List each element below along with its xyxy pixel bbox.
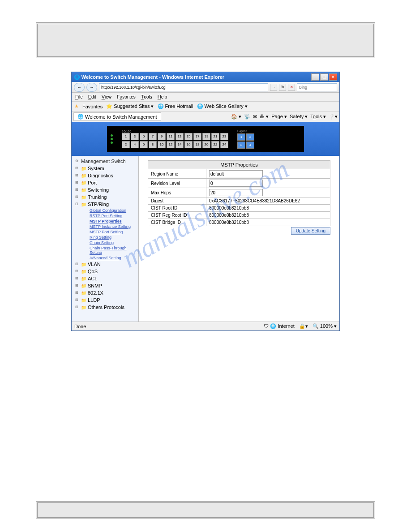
- switch-port-14[interactable]: 14: [176, 141, 184, 148]
- tree-link-chain-setting[interactable]: Chain Setting: [82, 240, 138, 245]
- switch-port-19[interactable]: 19: [202, 133, 210, 140]
- minimize-button[interactable]: _: [311, 73, 319, 81]
- window-title-text: Welcome to Switch Management - Windows I…: [81, 74, 224, 80]
- folder-icon: 📁: [81, 298, 86, 303]
- window-titlebar: 🌐 Welcome to Switch Management - Windows…: [72, 72, 339, 82]
- tree-item-system[interactable]: ⊞📁System: [72, 165, 138, 172]
- feeds-icon[interactable]: 📡: [244, 114, 250, 120]
- switch-port-22[interactable]: 22: [211, 141, 219, 148]
- mail-icon[interactable]: ✉: [253, 114, 257, 120]
- menu-view[interactable]: View: [102, 94, 111, 100]
- stop-button[interactable]: ✕: [288, 84, 295, 91]
- switch-port-2[interactable]: 2: [122, 141, 130, 148]
- switch-port-5[interactable]: 5: [140, 133, 148, 140]
- menu-help[interactable]: Help: [158, 94, 167, 100]
- main-content: ⚙ Management Switch ⊞📁System⊞📁Diagnostic…: [72, 156, 339, 322]
- refresh-button[interactable]: ↻: [279, 84, 286, 91]
- tree-item-others-protocols[interactable]: ⊞📁Others Protocols: [72, 304, 138, 311]
- port-grid-gigabit: 1234: [237, 133, 254, 149]
- switch-port-10[interactable]: 10: [158, 141, 166, 148]
- switch-port-18[interactable]: 18: [193, 141, 201, 148]
- tree-item-stp-ring[interactable]: ⊟📁STP/Ring: [72, 201, 138, 208]
- switch-port-21[interactable]: 21: [211, 133, 219, 140]
- page-menu[interactable]: Page ▾: [271, 114, 287, 120]
- nav-toolbar: ← → → ↻ ✕: [72, 82, 339, 93]
- switch-port-8[interactable]: 8: [149, 141, 157, 148]
- browser-tab[interactable]: 🌐 Welcome to Switch Management: [73, 112, 161, 121]
- property-label: CIST Bridge ID: [148, 219, 206, 226]
- switch-port-9[interactable]: 9: [158, 133, 166, 140]
- tree-item-port[interactable]: ⊞📁Port: [72, 179, 138, 186]
- switch-port-1[interactable]: 1: [122, 133, 130, 140]
- tree-item-802-1x[interactable]: ⊞📁802.1X: [72, 289, 138, 296]
- max-hops-input[interactable]: [209, 189, 263, 196]
- led-indicator: [111, 138, 113, 140]
- switch-port-23[interactable]: 23: [220, 133, 228, 140]
- switch-port-24[interactable]: 24: [220, 141, 228, 148]
- tree-link-global-configuration[interactable]: Global Configuration: [82, 208, 138, 213]
- tree-link-mstp-instance-setting[interactable]: MSTP Instance Setting: [82, 224, 138, 229]
- gigabit-port-1[interactable]: 1: [237, 133, 245, 141]
- web-slice-gallery-link[interactable]: 🌐 Web Slice Gallery ▾: [197, 103, 248, 109]
- suggested-sites-link[interactable]: ⭐ Suggested Sites ▾: [106, 103, 154, 109]
- favorites-label[interactable]: Favorites: [82, 104, 103, 109]
- home-icon[interactable]: 🏠 ▾: [231, 114, 241, 120]
- security-zone: 🛡 🌐 Internet: [264, 323, 294, 329]
- back-button[interactable]: ←: [74, 83, 85, 92]
- tab-tools: 🏠 ▾ 📡 ✉ 🖶 ▾ Page ▾ Safety ▾ Tools ▾ ❔▾: [231, 114, 338, 120]
- gigabit-port-2[interactable]: 2: [237, 142, 245, 149]
- tree-item-qos[interactable]: ⊞📁QoS: [72, 268, 138, 275]
- switch-port-3[interactable]: 3: [131, 133, 139, 140]
- tree-item-snmp[interactable]: ⊞📁SNMP: [72, 282, 138, 289]
- tree-root[interactable]: ⚙ Management Switch: [72, 158, 138, 165]
- zoom-level[interactable]: 🔍 100% ▾: [313, 323, 337, 329]
- tree-item-vlan[interactable]: ⊞📁VLAN: [72, 261, 138, 268]
- tree-link-advanced-setting[interactable]: Advanced Setting: [82, 255, 138, 261]
- tree-item-label: LLDP: [88, 297, 100, 303]
- top-note-box: [36, 22, 375, 58]
- update-setting-button[interactable]: Update Setting: [291, 227, 330, 235]
- tree-item-diagnostics[interactable]: ⊞📁Diagnostics: [72, 172, 138, 179]
- tree-link-mstp-properties[interactable]: MSTP Properties: [82, 219, 138, 224]
- gigabit-port-4[interactable]: 4: [246, 142, 254, 149]
- search-input[interactable]: [297, 83, 337, 91]
- tree-item-label: ACL: [88, 276, 97, 281]
- gigabit-port-3[interactable]: 3: [246, 133, 254, 141]
- safety-menu[interactable]: Safety ▾: [290, 114, 308, 120]
- folder-icon: 📁: [81, 188, 86, 193]
- close-button[interactable]: ✕: [329, 73, 337, 81]
- revision-level-input[interactable]: [209, 180, 263, 187]
- free-hotmail-link[interactable]: 🌐 Free Hotmail: [158, 103, 193, 109]
- tree-item-trunking[interactable]: ⊞📁Trunking: [72, 193, 138, 201]
- switch-port-12[interactable]: 12: [167, 141, 175, 148]
- forward-button[interactable]: →: [86, 83, 97, 92]
- address-bar[interactable]: [99, 83, 268, 91]
- tree-link-rstp-port-setting[interactable]: RSTP Port Setting: [82, 213, 138, 219]
- menu-edit[interactable]: Edit: [88, 94, 96, 100]
- tree-link-mstp-port-setting[interactable]: MSTP Port Setting: [82, 229, 138, 235]
- tree-item-switching[interactable]: ⊞📁Switching: [72, 186, 138, 193]
- print-icon[interactable]: 🖶 ▾: [260, 114, 269, 120]
- tree-link-chain-pass-through-setting[interactable]: Chain Pass-Through Setting: [82, 245, 138, 255]
- menu-tools[interactable]: Tools: [141, 94, 152, 100]
- maximize-button[interactable]: ▢: [320, 73, 328, 81]
- menu-favorites[interactable]: Favorites: [117, 94, 136, 100]
- tree-link-ring-setting[interactable]: Ring Setting: [82, 235, 138, 240]
- switch-port-7[interactable]: 7: [149, 133, 157, 140]
- switch-port-16[interactable]: 16: [184, 141, 193, 148]
- go-button[interactable]: →: [270, 84, 277, 91]
- switch-port-15[interactable]: 15: [184, 133, 193, 140]
- region-name-input[interactable]: [209, 170, 263, 177]
- tree-item-lldp[interactable]: ⊞📁LLDP: [72, 296, 138, 304]
- help-icon[interactable]: ❔▾: [329, 114, 338, 120]
- gigabit-label: Gigabit: [237, 129, 254, 133]
- tree-item-acl[interactable]: ⊞📁ACL: [72, 275, 138, 282]
- tools-menu[interactable]: Tools ▾: [310, 114, 326, 120]
- switch-port-11[interactable]: 11: [167, 133, 175, 140]
- switch-port-13[interactable]: 13: [176, 133, 184, 140]
- menu-file[interactable]: FFileile: [75, 94, 83, 100]
- switch-port-17[interactable]: 17: [193, 133, 201, 140]
- switch-port-20[interactable]: 20: [202, 141, 210, 148]
- switch-port-4[interactable]: 4: [131, 141, 139, 148]
- switch-port-6[interactable]: 6: [140, 141, 148, 148]
